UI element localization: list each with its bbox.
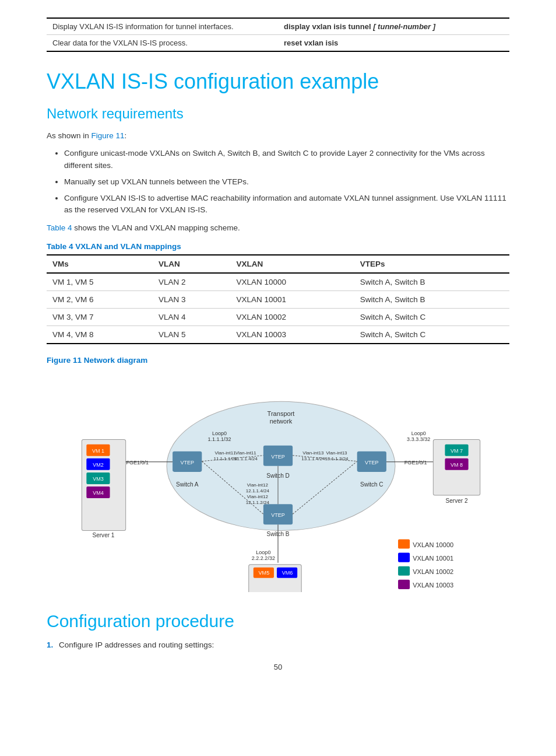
top-table-command: display vxlan isis tunnel [ tunnel-numbe… — [278, 18, 509, 35]
bullet-item: Manually set up VXLAN tunnels between th… — [64, 176, 509, 188]
top-table-description: Clear data for the VXLAN IS-IS process. — [47, 35, 278, 52]
figure11-link[interactable]: Figure 11 — [92, 131, 125, 140]
table-cell: VXLAN 10000 — [231, 273, 354, 291]
svg-text:VTEP: VTEP — [180, 460, 194, 466]
table-header-cell: VTEPs — [354, 255, 509, 273]
network-diagram: Transport network VTEP Switch A VTEP Swi… — [47, 369, 509, 594]
svg-text:Vlan-int12: Vlan-int12 — [247, 494, 269, 499]
svg-text:VM3: VM3 — [93, 476, 104, 482]
main-heading: VXLAN IS-IS configuration example — [47, 69, 509, 94]
svg-text:VM4: VM4 — [93, 490, 104, 496]
svg-text:VM5: VM5 — [259, 570, 270, 576]
table4-link[interactable]: Table 4 — [47, 223, 72, 232]
svg-text:VTEP: VTEP — [365, 460, 379, 466]
svg-text:VXLAN 10003: VXLAN 10003 — [413, 582, 453, 589]
svg-text:Loop0: Loop0 — [411, 430, 426, 436]
svg-text:Vlan-int13: Vlan-int13 — [302, 450, 324, 455]
table-cell: Switch A, Switch B — [354, 273, 509, 291]
table-cell: VM 3, VM 7 — [47, 308, 153, 326]
svg-text:VM 7: VM 7 — [451, 447, 463, 453]
table-caption: Table 4 VXLAN and VLAN mappings — [47, 242, 509, 251]
config-procedure-heading: Configuration procedure — [47, 611, 509, 631]
svg-text:Vlan-int11: Vlan-int11 — [235, 450, 257, 455]
table-cell: VM 4, VM 8 — [47, 326, 153, 344]
svg-text:Switch A: Switch A — [176, 481, 199, 488]
table-cell: VLAN 2 — [153, 273, 231, 291]
svg-rect-66 — [398, 566, 410, 575]
page-number: 50 — [47, 663, 509, 671]
table-header-cell: VMs — [47, 255, 153, 273]
svg-text:VM 1: VM 1 — [92, 447, 104, 453]
table-cell: VXLAN 10002 — [231, 308, 354, 326]
svg-text:VTEP: VTEP — [271, 512, 285, 518]
table-row: VM 1, VM 5VLAN 2VXLAN 10000Switch A, Swi… — [47, 273, 509, 291]
svg-rect-62 — [398, 539, 410, 548]
diagram-svg: Transport network VTEP Switch A VTEP Swi… — [47, 369, 509, 592]
table-row: VM 2, VM 6VLAN 3VXLAN 10001Switch A, Swi… — [47, 290, 509, 308]
table-header-cell: VXLAN — [231, 255, 354, 273]
svg-text:Vlan-int11: Vlan-int11 — [214, 450, 236, 455]
figure-caption: Figure 11 Network diagram — [47, 356, 509, 365]
svg-text:VXLAN 10000: VXLAN 10000 — [413, 541, 453, 548]
page: Display VXLAN IS-IS information for tunn… — [0, 0, 556, 756]
svg-rect-68 — [398, 580, 410, 589]
intro-text: As shown in Figure 11: — [47, 130, 509, 142]
svg-text:VM2: VM2 — [93, 462, 104, 468]
table-cell: VXLAN 10001 — [231, 290, 354, 308]
table-cell: VLAN 3 — [153, 290, 231, 308]
svg-rect-64 — [398, 552, 410, 562]
table-ref-suffix: shows the VLAN and VXLAN mapping scheme. — [72, 223, 240, 232]
top-table-command: reset vxlan isis — [278, 35, 509, 52]
table-cell: VLAN 5 — [153, 326, 231, 344]
svg-text:Loop0: Loop0 — [256, 549, 270, 555]
svg-text:VM 8: VM 8 — [451, 462, 463, 468]
table-cell: VM 1, VM 5 — [47, 273, 153, 291]
top-table-row: Display VXLAN IS-IS information for tunn… — [47, 18, 509, 35]
table-row: VM 4, VM 8VLAN 5VXLAN 10003Switch A, Swi… — [47, 326, 509, 344]
svg-text:12.1.1.4/24: 12.1.1.4/24 — [246, 488, 270, 494]
svg-text:VXLAN 10001: VXLAN 10001 — [413, 554, 453, 561]
svg-text:FGE1/0/1: FGE1/0/1 — [126, 460, 149, 466]
table-cell: VLAN 4 — [153, 308, 231, 326]
svg-text:2.2.2.2/32: 2.2.2.2/32 — [252, 555, 275, 561]
svg-text:Vlan-int12: Vlan-int12 — [247, 482, 269, 488]
svg-text:VM6: VM6 — [282, 570, 293, 576]
table-row: VM 3, VM 7VLAN 4VXLAN 10002Switch A, Swi… — [47, 308, 509, 326]
step1: 1. Configure IP addresses and routing se… — [47, 639, 509, 651]
bullet-item: Configure unicast-mode VXLANs on Switch … — [64, 148, 509, 172]
svg-text:12.1.1.2/24: 12.1.1.2/24 — [246, 500, 270, 505]
intro-colon: : — [125, 131, 127, 140]
network-requirements-heading: Network requirements — [47, 106, 509, 122]
table-cell: Switch A, Switch C — [354, 308, 509, 326]
table-cell: Switch A, Switch B — [354, 290, 509, 308]
table-cell: Switch A, Switch C — [354, 326, 509, 344]
table-header-cell: VLAN — [153, 255, 231, 273]
top-table-row: Clear data for the VXLAN IS-IS process.r… — [47, 35, 509, 52]
table-ref-text: Table 4 shows the VLAN and VXLAN mapping… — [47, 222, 509, 234]
requirements-list: Configure unicast-mode VXLANs on Switch … — [64, 148, 509, 216]
svg-text:3.3.3.3/32: 3.3.3.3/32 — [407, 436, 430, 442]
svg-text:network: network — [270, 418, 293, 425]
svg-text:Transport: Transport — [268, 410, 295, 417]
svg-text:VTEP: VTEP — [271, 454, 285, 460]
svg-text:Loop0: Loop0 — [212, 430, 227, 436]
top-reference-table: Display VXLAN IS-IS information for tunn… — [47, 18, 509, 52]
step1-number: 1. — [47, 640, 53, 649]
bullet-item: Configure VXLAN IS-IS to advertise MAC r… — [64, 192, 509, 216]
svg-text:Vlan-int13: Vlan-int13 — [326, 450, 347, 455]
svg-text:Server 2: Server 2 — [446, 498, 468, 504]
top-table-description: Display VXLAN IS-IS information for tunn… — [47, 18, 278, 35]
svg-text:VXLAN 10002: VXLAN 10002 — [413, 568, 453, 575]
intro-text-content: As shown in — [47, 131, 92, 140]
table-cell: VXLAN 10003 — [231, 326, 354, 344]
svg-text:FGE1/0/1: FGE1/0/1 — [404, 460, 427, 466]
svg-text:Server 1: Server 1 — [93, 532, 115, 538]
svg-text:Switch C: Switch C — [360, 481, 383, 488]
table-header-row: VMsVLANVXLANVTEPs — [47, 255, 509, 273]
table-cell: VM 2, VM 6 — [47, 290, 153, 308]
vlan-vxlan-table: VMsVLANVXLANVTEPs VM 1, VM 5VLAN 2VXLAN … — [47, 254, 509, 344]
svg-text:1.1.1.1/32: 1.1.1.1/32 — [207, 436, 231, 442]
step1-text: Configure IP addresses and routing setti… — [59, 640, 214, 649]
